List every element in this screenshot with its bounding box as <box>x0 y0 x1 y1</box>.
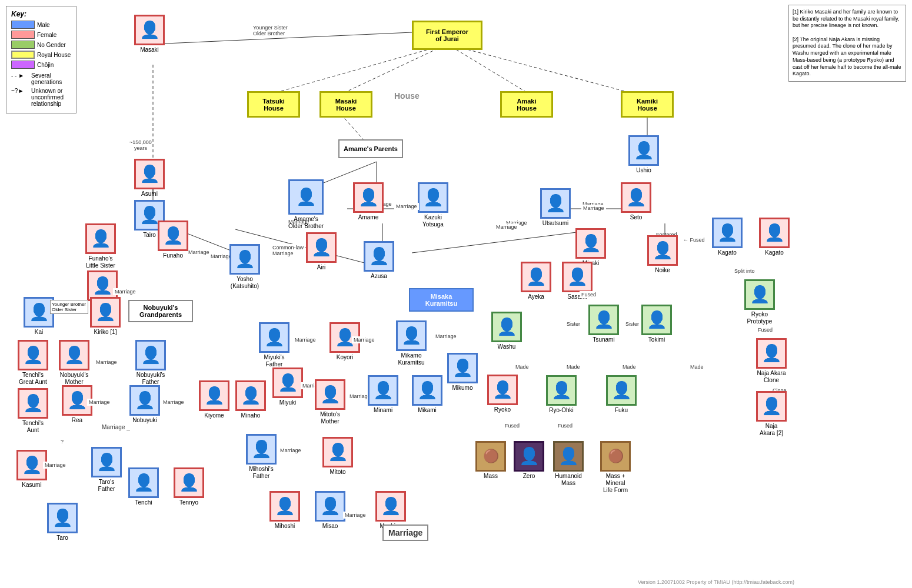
mass-label: Mass <box>484 473 498 480</box>
zero-portrait: 👤 <box>514 441 544 472</box>
taros-father-label: Taro'sFather <box>98 479 115 493</box>
nobuyukis-mother-label: Nobuyuki'sMother <box>60 372 89 386</box>
male-label: Male <box>37 22 50 28</box>
taro-portrait: 👤 <box>47 503 78 533</box>
asumi-node: 👤 Asumi <box>134 159 165 198</box>
washu-node: 👤 Washu <box>491 312 522 350</box>
amame-portrait: 👤 <box>353 182 384 213</box>
made-label-3: Made <box>621 363 638 370</box>
unknown-rel-label: Unknown or unconfirmed relationship <box>31 88 71 107</box>
mass-mineral-node: 🟤 Mass +MineralLife Form <box>600 441 631 494</box>
miyuki-portrait: 👤 <box>272 368 303 398</box>
tenchi-portrait: 👤 <box>128 467 159 498</box>
kasumi-bottom-node: 👤 Kasumi <box>16 450 47 489</box>
yosho-portrait: 👤 <box>229 244 260 275</box>
tennyo-portrait: 👤 <box>174 467 204 498</box>
funaho-portrait: 👤 <box>158 220 188 251</box>
utsutsumi-node: 👤 Utsutsumi <box>540 188 571 227</box>
misao-portrait: 👤 <box>315 491 345 522</box>
nobuyukis-mother-node: 👤 Nobuyuki'sMother <box>59 340 89 386</box>
ryoko-prototype-node: 👤 RyokoPrototype <box>744 279 775 325</box>
mikami-label: Mikami <box>418 407 437 414</box>
tenchis-aunt-portrait: 👤 <box>18 388 48 419</box>
utsutsumi-portrait: 👤 <box>540 188 571 219</box>
mikamo-portrait: 👤 <box>396 320 427 351</box>
legend-title: Key: <box>11 10 71 18</box>
mass-portrait: 🟤 <box>475 441 506 472</box>
funahos-little-sister-label: Funaho'sLittle Sister <box>86 255 115 269</box>
nogender-label: No Gender <box>37 42 66 48</box>
legend-box: Key: Male Female No Gender Royal House C… <box>6 6 76 113</box>
ushio-label: Ushio <box>636 167 651 174</box>
nobuyukis-grandparents-box: Nobuyuki'sGrandparents <box>128 300 193 322</box>
nobuyukis-father-label: Nobuyuki'sFather <box>137 372 165 386</box>
tenchis-great-aunt-portrait: 👤 <box>18 340 48 370</box>
kagato-male-portrait: 👤 <box>712 218 743 248</box>
svg-line-1 <box>341 44 447 94</box>
miyukis-father-portrait: 👤 <box>259 322 289 353</box>
unknown-rel-label-taro: ? <box>59 438 65 445</box>
noike-label: Noike <box>655 267 670 274</box>
ayeka-label: Ayeka <box>528 293 544 300</box>
notes-text: [1] Kiriko Masaki and her family are kno… <box>793 9 902 78</box>
yosho-node: 👤 Yosho(Katsuhito) <box>229 244 260 290</box>
rea-label: Rea <box>72 417 82 424</box>
svg-line-13 <box>318 162 377 185</box>
mikumo-label: Mikumo <box>452 385 472 392</box>
svg-line-2 <box>447 44 530 94</box>
azusa-node: 👤 Azusa <box>364 241 394 280</box>
ryoko-label: Ryoko <box>494 406 511 413</box>
royalhouse-color <box>11 51 35 59</box>
first-emperor-box: First Emperorof Jurai <box>412 21 482 50</box>
miyuki-node: 👤 Miyuki <box>272 368 303 406</box>
miyuki-label: Miyuki <box>279 399 296 406</box>
tairo-label: Tairo <box>143 232 156 239</box>
kamiki-house-label: KamikiHouse <box>637 98 658 112</box>
legend-arrows: - - ► Several generations ~?► Unknown or… <box>11 72 71 107</box>
chojin-color <box>11 61 35 69</box>
naja-akara-clone-node: 👤 Naja AkaraClone <box>756 338 787 384</box>
funaho-label: Funaho <box>163 252 183 259</box>
kagato-female-node: 👤 Kagato <box>759 218 790 256</box>
mikamo-label: MikamoKuramitsu <box>398 352 424 366</box>
mihoshis-father-portrait: 👤 <box>246 434 277 465</box>
humanoid-mass-portrait: 👤 <box>553 441 584 472</box>
mikami-portrait: 👤 <box>412 375 442 406</box>
svg-text:Younger Sister: Younger Sister <box>253 25 288 31</box>
several-gen-label: Several generations <box>31 72 71 85</box>
first-emperor-label: First Emperorof Jurai <box>426 28 468 42</box>
mass-mineral-portrait: 🟤 <box>600 441 631 472</box>
washu-portrait: 👤 <box>491 312 522 342</box>
kiyome-node: 👤 Kiyome <box>199 380 229 419</box>
zero-node: 👤 Zero <box>514 441 544 480</box>
asumi-portrait: 👤 <box>134 159 165 189</box>
svg-text:Marriage: Marriage <box>188 249 209 255</box>
marriage-label-kazuki-amame: Marriage <box>394 203 419 210</box>
mass-mineral-label: Mass +MineralLife Form <box>603 473 628 494</box>
utsutsumi-label: Utsutsumi <box>542 220 568 227</box>
fused-label-sasami: Fused <box>580 291 598 298</box>
male-color <box>11 21 35 29</box>
notes-box: [1] Kiriko Masaki and her family are kno… <box>788 5 906 82</box>
version-text: Version 1.20071002 Property of TMIAU (ht… <box>638 579 794 585</box>
made-label-1: Made <box>514 363 531 370</box>
tokimi-label: Tokimi <box>648 336 665 343</box>
amame-label: Amame <box>358 214 378 221</box>
tatsuki-house-label: TatsukiHouse <box>262 98 285 112</box>
chojin-label: Chōjin <box>37 62 54 68</box>
fused-label-ryoko-prototype: Fused <box>756 326 774 333</box>
mihoshi-portrait: 👤 <box>269 491 300 522</box>
svg-text:Older Brother: Older Brother <box>253 31 285 36</box>
legend-unknown-rel: ~?► Unknown or unconfirmed relationship <box>11 88 71 107</box>
minaho-node: 👤 Minaho <box>235 380 266 419</box>
female-label: Female <box>37 32 56 38</box>
masaki-node: 👤 Masaki <box>134 15 165 54</box>
tsunami-node: 👤 Tsunami <box>588 305 619 343</box>
amaki-house-label: AmakiHouse <box>517 98 537 112</box>
ryoko-prototype-portrait: 👤 <box>744 279 775 310</box>
nobuyuki-node: 👤 Nobuyuki <box>129 385 160 424</box>
svg-text:~150,000: ~150,000 <box>129 139 152 145</box>
masaki-house-label: MasakiHouse <box>335 98 357 112</box>
amames-older-brother-label: Amame'sOlder Brother <box>288 216 324 230</box>
nobuyuki-label: Nobuyuki <box>132 417 157 424</box>
